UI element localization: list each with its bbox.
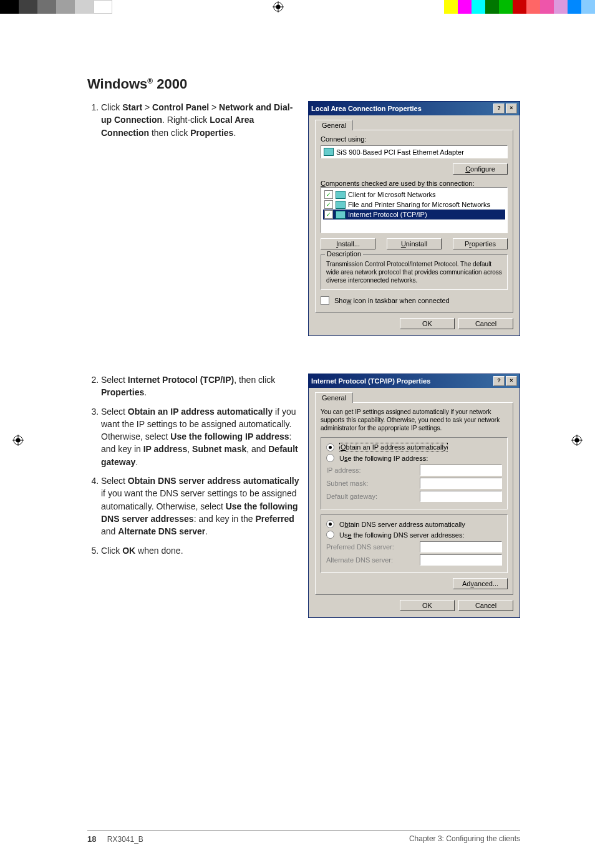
radio-icon[interactable] bbox=[326, 520, 334, 528]
connect-using-label: Connect using: bbox=[321, 135, 508, 143]
registration-mark-left bbox=[12, 435, 24, 448]
print-color-bar bbox=[0, 0, 595, 14]
swatch bbox=[540, 0, 554, 14]
adapter-icon bbox=[324, 148, 334, 156]
subnet-mask-field: Subnet mask: bbox=[326, 478, 502, 489]
adapter-name: SiS 900-Based PCI Fast Ethernet Adapter bbox=[336, 148, 464, 156]
step-1: Click Start > Control Panel > Network an… bbox=[101, 101, 299, 139]
components-listbox[interactable]: ✓Client for Microsoft Networks ✓File and… bbox=[321, 187, 508, 233]
description-title: Description bbox=[325, 250, 363, 258]
ip-address-field: IP address: bbox=[326, 465, 502, 476]
swatch bbox=[75, 0, 94, 14]
swatch bbox=[568, 0, 581, 14]
list-item[interactable]: ✓File and Printer Sharing for Microsoft … bbox=[323, 200, 505, 210]
advanced-button[interactable]: Advanced... bbox=[453, 578, 508, 589]
component-icon bbox=[336, 211, 346, 219]
page-number: 18 bbox=[87, 834, 96, 844]
radio-obtain-dns[interactable]: Obtain DNS server address automatically bbox=[326, 520, 502, 528]
description-text: Transmission Control Protocol/Internet P… bbox=[326, 260, 502, 284]
lan-properties-dialog: Local Area Connection Properties ? × Gen… bbox=[308, 101, 520, 336]
radio-use-dns[interactable]: Use the following DNS server addresses: bbox=[326, 531, 502, 539]
swatch bbox=[37, 0, 56, 14]
cancel-button[interactable]: Cancel bbox=[458, 318, 513, 329]
mask-input[interactable] bbox=[420, 478, 502, 489]
ok-button[interactable]: OK bbox=[400, 318, 455, 329]
swatch bbox=[19, 0, 37, 14]
component-icon bbox=[336, 201, 346, 209]
step-5: Click OK when done. bbox=[101, 544, 299, 557]
intro-text: You can get IP settings assigned automat… bbox=[321, 408, 508, 432]
swatch bbox=[526, 0, 540, 14]
checkbox-icon[interactable]: ✓ bbox=[324, 210, 333, 219]
radio-icon[interactable] bbox=[326, 443, 334, 451]
step-2: Select Internet Protocol (TCP/IP), then … bbox=[101, 374, 299, 399]
swatch bbox=[444, 0, 458, 14]
page-footer: 18 RX3041_B Chapter 3: Configuring the c… bbox=[87, 830, 520, 844]
components-label: Components checked are used by this conn… bbox=[321, 180, 508, 187]
heading-reg: ® bbox=[147, 77, 153, 85]
dialog-titlebar: Local Area Connection Properties ? × bbox=[309, 102, 520, 115]
checkbox-icon[interactable]: ✓ bbox=[324, 200, 333, 209]
dialog-title: Internet Protocol (TCP/IP) Properties bbox=[311, 377, 430, 385]
tcpip-properties-dialog: Internet Protocol (TCP/IP) Properties ? … bbox=[308, 374, 520, 618]
swatch bbox=[458, 0, 472, 14]
close-button[interactable]: × bbox=[506, 104, 517, 113]
adns-input[interactable] bbox=[420, 554, 502, 566]
dialog-titlebar: Internet Protocol (TCP/IP) Properties ? … bbox=[309, 374, 520, 388]
step-3: Select Obtain an IP address automaticall… bbox=[101, 405, 299, 468]
radio-obtain-ip[interactable]: Obtain an IP address automatically bbox=[326, 443, 502, 451]
cancel-button[interactable]: Cancel bbox=[458, 600, 513, 611]
help-button[interactable]: ? bbox=[493, 104, 505, 113]
alternate-dns-field: Alternate DNS server: bbox=[326, 554, 502, 566]
component-icon bbox=[336, 191, 346, 199]
radio-icon[interactable] bbox=[326, 531, 334, 539]
show-icon-row[interactable]: Show icon in taskbar when connected bbox=[321, 296, 508, 305]
registration-mark-right bbox=[571, 435, 583, 448]
swatch bbox=[485, 0, 499, 14]
radio-use-ip[interactable]: Use the following IP address: bbox=[326, 454, 502, 462]
swatch bbox=[56, 0, 75, 14]
radio-icon[interactable] bbox=[326, 454, 334, 462]
list-item[interactable]: ✓Client for Microsoft Networks bbox=[323, 190, 505, 200]
ok-button[interactable]: OK bbox=[400, 600, 455, 611]
uninstall-button[interactable]: Uninstall bbox=[387, 238, 442, 249]
swatch bbox=[472, 0, 485, 14]
heading-prefix: Windows bbox=[87, 76, 147, 92]
configure-button[interactable]: Configure bbox=[453, 163, 508, 175]
description-group: Description Transmission Control Protoco… bbox=[321, 254, 508, 290]
swatch bbox=[94, 0, 112, 14]
page-content: Windows® 2000 Click Start > Control Pane… bbox=[0, 14, 595, 868]
chapter-title: Chapter 3: Configuring the clients bbox=[409, 834, 520, 844]
list-item-selected[interactable]: ✓Internet Protocol (TCP/IP) bbox=[323, 210, 505, 219]
dialog-title: Local Area Connection Properties bbox=[311, 105, 422, 112]
tab-general[interactable]: General bbox=[315, 120, 353, 130]
step-4: Select Obtain DNS server address automat… bbox=[101, 475, 299, 538]
properties-button[interactable]: Properties bbox=[453, 238, 508, 249]
registration-mark-top bbox=[112, 0, 444, 14]
install-button[interactable]: Install... bbox=[321, 238, 375, 249]
swatch bbox=[581, 0, 595, 14]
gateway-input[interactable] bbox=[420, 491, 502, 502]
ip-input[interactable] bbox=[420, 465, 502, 476]
doc-code: RX3041_B bbox=[107, 835, 143, 844]
help-button[interactable]: ? bbox=[493, 376, 505, 386]
adapter-field: SiS 900-Based PCI Fast Ethernet Adapter bbox=[321, 145, 508, 158]
swatch bbox=[0, 0, 19, 14]
swatch bbox=[499, 0, 513, 14]
preferred-dns-field: Preferred DNS server: bbox=[326, 541, 502, 552]
section-heading: Windows® 2000 bbox=[87, 76, 520, 92]
heading-suffix: 2000 bbox=[153, 76, 187, 92]
pdns-input[interactable] bbox=[420, 541, 502, 552]
gateway-field: Default gateway: bbox=[326, 491, 502, 502]
checkbox-icon[interactable] bbox=[321, 296, 329, 305]
close-button[interactable]: × bbox=[506, 376, 517, 386]
swatch bbox=[513, 0, 526, 14]
swatch bbox=[554, 0, 568, 14]
checkbox-icon[interactable]: ✓ bbox=[324, 190, 333, 199]
tab-general[interactable]: General bbox=[315, 392, 353, 403]
